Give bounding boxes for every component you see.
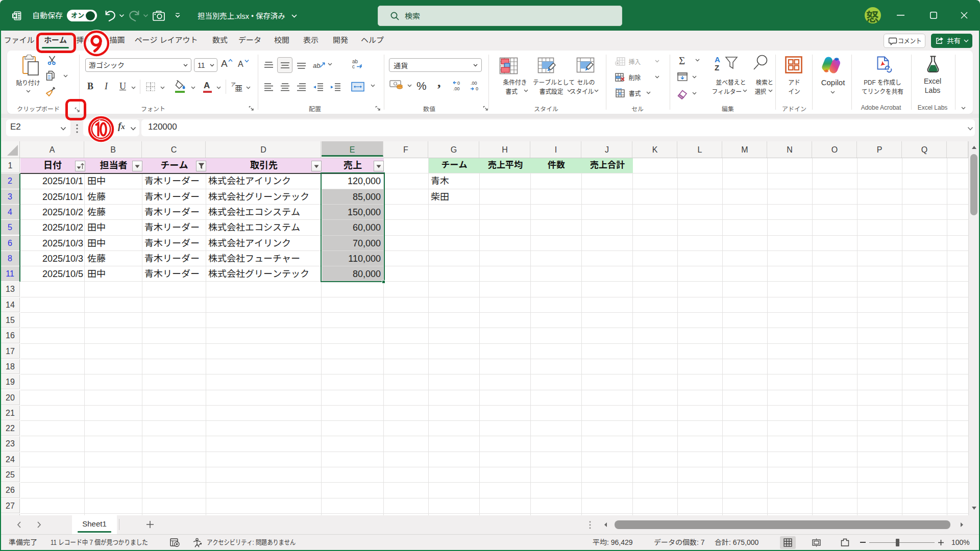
svg-text:c: c [352,64,355,69]
svg-text:0: 0 [476,86,478,91]
svg-text:ab: ab [313,62,320,69]
svg-text:A: A [715,55,720,64]
svg-text:Z: Z [715,63,719,72]
svg-text:.00: .00 [453,86,460,91]
svg-text:.00: .00 [471,81,477,86]
svg-text:0: 0 [457,81,460,86]
